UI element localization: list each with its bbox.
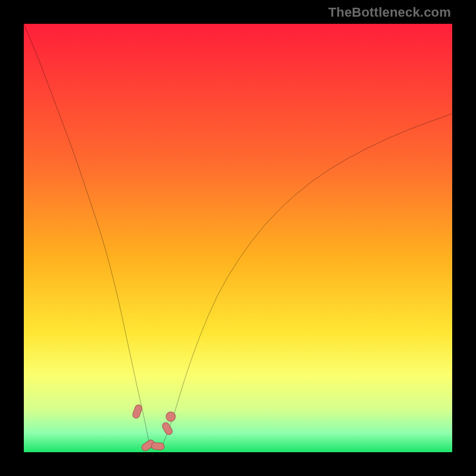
chart-marker-3 [161,421,174,436]
chart-markers [131,404,175,452]
chart-curve-layer [24,24,452,452]
chart-plot-area [24,24,452,452]
chart-marker-2 [151,442,165,450]
chart-marker-0 [131,404,143,419]
outer-frame: TheBottleneck.com [0,0,476,476]
curve-left-branch [24,24,150,448]
watermark-text: TheBottleneck.com [328,5,451,20]
chart-marker-4 [166,412,176,421]
curve-right-branch [161,114,452,448]
